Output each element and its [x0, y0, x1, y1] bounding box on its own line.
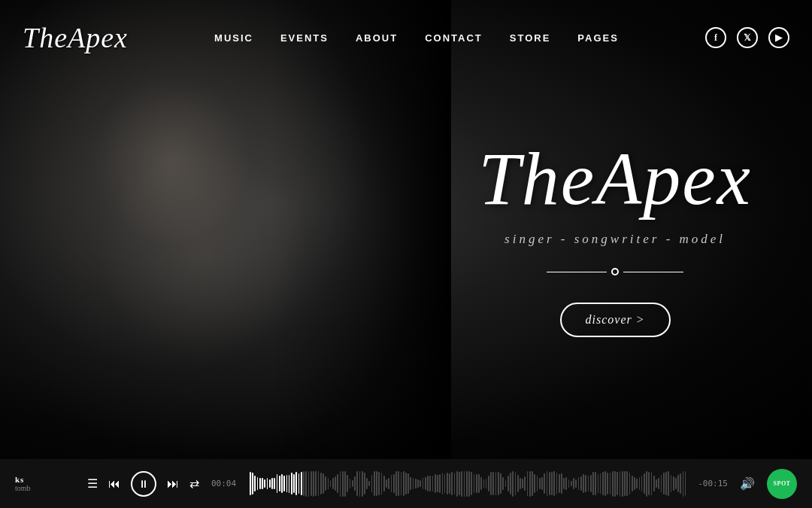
waveform-bar: [468, 471, 470, 497]
waveform-bar: [515, 472, 517, 495]
waveform-bar: [444, 474, 446, 492]
waveform-bar: [388, 478, 389, 489]
waveform-bar: [366, 478, 368, 490]
waveform-bar: [408, 473, 409, 494]
waveform-bar: [575, 479, 577, 488]
pause-button[interactable]: ⏸: [131, 471, 156, 497]
waveform-bar: [295, 472, 297, 495]
divider: [478, 268, 752, 275]
waveform-bar: [439, 474, 441, 493]
social-icons-group: f 𝕏 ▶: [705, 27, 789, 48]
nav-events[interactable]: EVENTS: [280, 32, 329, 44]
waveform-bar: [420, 480, 421, 488]
waveform-bar: [447, 473, 448, 494]
spotify-button[interactable]: SPOT: [767, 469, 797, 499]
waveform-bar: [561, 473, 562, 493]
waveform-bar: [539, 478, 541, 488]
hero-content: TheApex singer - songwriter - model disc…: [478, 141, 752, 337]
waveform-bar: [344, 471, 346, 497]
waveform-bar: [259, 478, 261, 488]
facebook-icon[interactable]: f: [705, 27, 726, 48]
waveform-bar: [250, 472, 251, 495]
waveform-bar: [549, 472, 550, 495]
volume-icon[interactable]: 🔊: [740, 476, 755, 491]
waveform-bar: [368, 481, 370, 486]
waveform-bar: [378, 472, 380, 495]
waveform-bar: [267, 478, 268, 488]
waveform-bar: [425, 477, 426, 491]
waveform-bar: [595, 472, 596, 494]
waveform-bar: [573, 478, 574, 490]
site-logo[interactable]: TheApex: [23, 21, 128, 54]
waveform-bar: [612, 471, 614, 497]
discover-button[interactable]: discover >: [560, 303, 671, 337]
twitter-icon[interactable]: 𝕏: [737, 27, 758, 48]
waveform-bar: [398, 471, 399, 495]
repeat-button[interactable]: ⇄: [189, 476, 199, 491]
waveform-bar: [500, 473, 501, 493]
waveform-bar: [442, 473, 444, 495]
waveform-bar: [423, 478, 424, 489]
waveform-bar: [622, 471, 623, 497]
waveform-bar: [335, 476, 336, 491]
waveform-bar: [644, 473, 645, 494]
waveform-bar: [298, 473, 300, 494]
waveform-bar: [646, 471, 647, 497]
waveform-bar: [537, 476, 538, 491]
waveform-bar: [410, 477, 411, 490]
waveform-bar: [583, 474, 584, 493]
waveform-bar: [254, 476, 256, 491]
waveform-bar: [565, 477, 567, 489]
youtube-icon[interactable]: ▶: [768, 27, 789, 48]
waveform-bar: [617, 472, 618, 495]
nav-music[interactable]: MUSIC: [214, 32, 253, 44]
playlist-button[interactable]: ☰: [87, 476, 98, 491]
waveform-bar: [466, 471, 468, 497]
waveform-bar: [524, 476, 526, 490]
waveform-bar: [427, 476, 429, 491]
waveform-bar: [580, 476, 582, 491]
waveform-bar: [520, 478, 521, 490]
track-name: ks: [15, 475, 75, 484]
waveform-bar: [559, 474, 560, 493]
nav-store[interactable]: STORE: [510, 32, 551, 44]
waveform-bar: [354, 476, 356, 491]
nav-contact[interactable]: CONTACT: [425, 32, 483, 44]
waveform-bar: [563, 478, 565, 490]
prev-button[interactable]: ⏮: [108, 477, 120, 491]
waveform-bar: [286, 475, 288, 491]
nav-links: MUSIC EVENTS ABOUT CONTACT STORE PAGES: [214, 31, 619, 44]
waveform-bar: [464, 471, 465, 497]
waveform-bar: [529, 471, 531, 497]
next-button[interactable]: ⏭: [167, 477, 179, 491]
spotify-label: SPOT: [774, 480, 791, 487]
waveform-bar: [337, 474, 338, 493]
waveform-bar: [313, 471, 314, 497]
waveform-bar: [279, 476, 280, 491]
waveform-bar: [568, 479, 570, 487]
waveform-bar: [308, 471, 310, 497]
waveform-bar: [277, 474, 278, 493]
waveform-bar: [488, 476, 489, 491]
waveform-bar: [512, 471, 514, 497]
nav-about[interactable]: ABOUT: [356, 32, 398, 44]
waveform-bar: [476, 474, 477, 494]
hero-subtitle: singer - songwriter - model: [478, 232, 752, 247]
waveform-bar: [544, 473, 545, 493]
nav-pages[interactable]: PAGES: [577, 32, 619, 44]
waveform-bar: [311, 471, 312, 497]
waveform-display[interactable]: [250, 470, 686, 497]
waveform-bar: [342, 471, 344, 497]
waveform-bar: [257, 477, 259, 490]
waveform-bar: [374, 471, 375, 495]
waveform-bar: [456, 471, 458, 497]
waveform-bar: [483, 479, 485, 488]
waveform-bar: [510, 473, 511, 494]
waveform-bar: [590, 475, 592, 492]
waveform-bar: [451, 472, 453, 496]
waveform-bar: [417, 479, 419, 487]
waveform-bar: [364, 473, 365, 494]
waveform-bar: [271, 478, 273, 488]
waveform-bar: [571, 481, 572, 485]
waveform-bar: [668, 471, 669, 496]
